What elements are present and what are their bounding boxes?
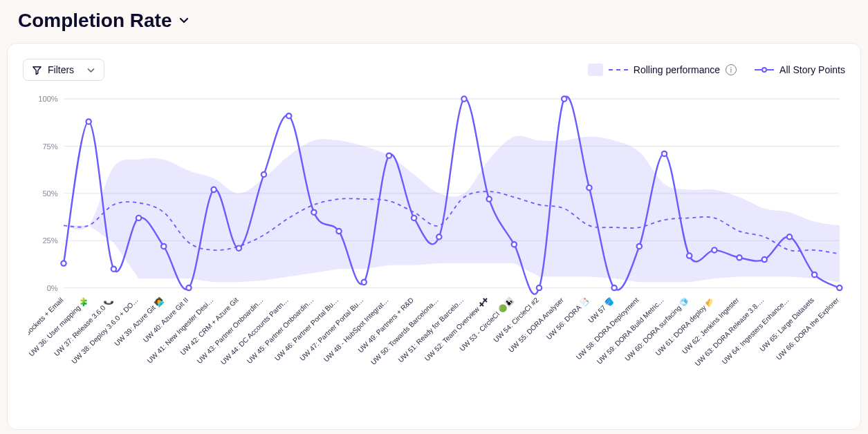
svg-text:50%: 50% xyxy=(42,189,57,198)
svg-point-25 xyxy=(436,234,441,239)
svg-point-29 xyxy=(537,285,542,290)
chevron-down-icon xyxy=(86,66,95,75)
svg-point-12 xyxy=(111,267,116,272)
filters-label: Filters xyxy=(48,64,74,75)
svg-point-27 xyxy=(487,196,492,201)
svg-text:25%: 25% xyxy=(42,236,57,245)
svg-point-26 xyxy=(461,96,466,101)
chevron-down-icon[interactable] xyxy=(178,15,190,26)
area-swatch-icon xyxy=(588,64,603,76)
svg-point-33 xyxy=(637,244,642,249)
svg-text:UW 56: DORA 📑: UW 56: DORA 📑 xyxy=(544,296,591,341)
svg-text:100%: 100% xyxy=(38,95,58,103)
svg-point-38 xyxy=(762,257,767,262)
svg-point-19 xyxy=(286,113,291,118)
svg-point-32 xyxy=(611,285,616,290)
dashed-line-icon xyxy=(609,69,628,70)
svg-point-30 xyxy=(562,96,566,101)
svg-point-41 xyxy=(837,285,842,290)
svg-point-24 xyxy=(412,216,416,220)
completion-rate-chart: 0%25%50%75%100%UW 35: Sockets + EmailUW … xyxy=(28,92,847,421)
svg-text:0%: 0% xyxy=(47,284,58,292)
svg-point-18 xyxy=(261,172,266,177)
svg-point-37 xyxy=(737,255,741,260)
svg-point-31 xyxy=(587,185,591,190)
svg-point-13 xyxy=(136,216,141,220)
svg-point-17 xyxy=(237,246,241,251)
svg-text:UW 40: Azure Git II: UW 40: Azure Git II xyxy=(142,296,190,343)
legend-item-series[interactable]: All Story Points xyxy=(755,64,845,75)
legend-label: All Story Points xyxy=(779,64,845,75)
info-icon[interactable]: i xyxy=(726,64,737,75)
svg-point-21 xyxy=(336,229,341,234)
svg-point-10 xyxy=(61,261,66,265)
filter-icon xyxy=(32,65,42,75)
page-title[interactable]: Completion Rate xyxy=(18,10,172,32)
svg-point-34 xyxy=(662,151,667,156)
svg-point-23 xyxy=(387,153,391,158)
svg-text:75%: 75% xyxy=(42,142,57,151)
legend-item-rolling[interactable]: Rolling performance i xyxy=(588,64,737,76)
svg-point-15 xyxy=(186,285,191,290)
svg-point-22 xyxy=(362,280,367,285)
chart-legend: Rolling performance i All Story Points xyxy=(588,64,845,76)
svg-text:UW 39: Azure Git 👩‍💻: UW 39: Azure Git 👩‍💻 xyxy=(113,296,165,348)
svg-point-36 xyxy=(712,247,717,252)
filters-button[interactable]: Filters xyxy=(23,59,104,81)
svg-point-40 xyxy=(812,272,817,277)
legend-label: Rolling performance xyxy=(634,64,720,75)
line-dot-icon xyxy=(755,67,774,73)
svg-point-14 xyxy=(161,244,166,249)
svg-point-39 xyxy=(787,234,792,239)
svg-text:UW 54: CircleCI #2: UW 54: CircleCI #2 xyxy=(492,296,540,343)
svg-point-11 xyxy=(86,119,91,124)
svg-point-20 xyxy=(311,210,316,215)
svg-point-16 xyxy=(211,187,216,192)
svg-point-35 xyxy=(687,253,692,258)
svg-point-28 xyxy=(512,242,517,247)
chart-card: Filters Rolling performance i All Story … xyxy=(7,43,861,430)
